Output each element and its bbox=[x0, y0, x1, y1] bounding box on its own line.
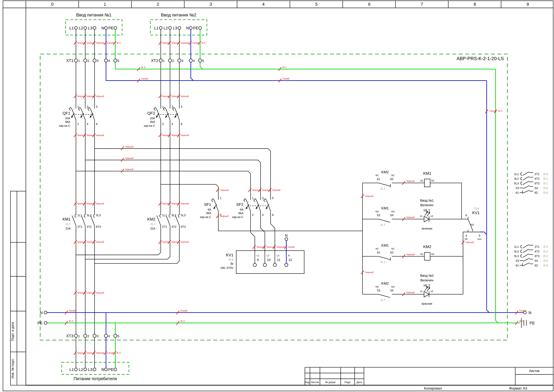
kv1-l3: L3 bbox=[277, 254, 279, 257]
svg-text:XT2: XT2 bbox=[151, 58, 158, 63]
svg-text:Черный: Черный bbox=[171, 241, 180, 243]
svg-text:Ж-3: Ж-3 bbox=[116, 42, 121, 44]
svg-text:Черный: Черный bbox=[276, 246, 285, 248]
kv1-poles: 3p bbox=[230, 262, 233, 265]
sf2-t1: 1 bbox=[252, 196, 254, 200]
svg-text:L2: L2 bbox=[164, 26, 168, 30]
kv1-9: 9 bbox=[257, 258, 259, 262]
svg-text:1: 1 bbox=[78, 334, 80, 338]
rung2-ref: /5.7 bbox=[381, 223, 385, 226]
rung4-ref: /5.7 bbox=[381, 299, 385, 301]
svg-text:Черный: Черный bbox=[86, 351, 95, 354]
control-rung3-km2-coil: KM1 NC NC 61 62 /5.7 KM2 A1 A2 bbox=[375, 243, 434, 264]
svg-text:Черный: Черный bbox=[180, 202, 189, 205]
kv1c-4: 4 bbox=[465, 234, 467, 237]
km2-xref-table: 1L12T1/5.2 3L24T2/5.2 5L36T3/5.2 5354/5.… bbox=[514, 245, 548, 267]
svg-text:Синий: Синий bbox=[107, 42, 114, 44]
qf2-curve: хар-ка C bbox=[144, 124, 155, 127]
svg-text:Черный: Черный bbox=[125, 145, 133, 148]
km2-coil-a1: A1 bbox=[420, 253, 423, 255]
qf2-breaker: QF2 20A 6kA хар-ка C 1 3 5 2 4 6 bbox=[144, 105, 182, 127]
kv1c-6: 6 bbox=[465, 214, 467, 217]
svg-text:L1: L1 bbox=[69, 367, 74, 372]
sf2-breaking: 6kA bbox=[238, 211, 243, 215]
svg-text:Синий: Синий bbox=[282, 77, 289, 80]
kv1-11: 11 bbox=[277, 258, 280, 262]
rung1-ref: /5.7 bbox=[381, 187, 385, 190]
svg-text:2: 2 bbox=[87, 59, 89, 63]
hl1-x2: x2 bbox=[430, 215, 433, 217]
footer-format: Формат А3 bbox=[509, 386, 527, 390]
svg-text:N: N bbox=[101, 367, 104, 372]
rung3-contact-name: KM1 bbox=[381, 243, 389, 247]
svg-text:54: 54 bbox=[534, 259, 538, 262]
hl2-x1: x1 bbox=[420, 290, 423, 293]
svg-text:6T3: 6T3 bbox=[534, 182, 540, 185]
sidebar-table: Подп. и дата Инв. № подл. bbox=[11, 191, 26, 385]
svg-text:Черный: Черный bbox=[180, 241, 189, 243]
svg-text:Ж-3: Ж-3 bbox=[180, 320, 185, 322]
sf1-breaking: 6kA bbox=[206, 211, 211, 215]
svg-text:Черный: Черный bbox=[86, 42, 95, 44]
svg-text:4: 4 bbox=[193, 59, 195, 63]
hl2-caption2: Включен bbox=[420, 279, 433, 282]
tb-col-sign: Подп bbox=[345, 381, 350, 384]
km2-3l2: 3L2 bbox=[171, 214, 176, 217]
svg-text:3: 3 bbox=[97, 334, 98, 338]
ruler-9: 9 bbox=[527, 2, 529, 7]
rung1-61: 61 bbox=[377, 177, 380, 181]
km1-3l2: 3L2 bbox=[87, 214, 91, 217]
svg-text:Синий: Синий bbox=[141, 77, 148, 80]
rung4-no-right: NO bbox=[391, 286, 395, 288]
svg-text:Черный: Черный bbox=[96, 134, 104, 136]
svg-text:Черный: Черный bbox=[272, 189, 280, 191]
qf2-t3: 3 bbox=[171, 105, 173, 108]
svg-text:4: 4 bbox=[108, 59, 110, 63]
km2-5l3: 5L3 bbox=[181, 214, 186, 217]
svg-text:61: 61 bbox=[516, 264, 519, 267]
qf2-t2: 2 bbox=[162, 122, 164, 126]
km2-name: KM2 bbox=[147, 217, 155, 221]
svg-text:Черный: Черный bbox=[406, 216, 415, 218]
svg-text:Синий: Синий bbox=[192, 42, 199, 44]
svg-text:Черный: Черный bbox=[77, 351, 85, 354]
qf1-t1: 1 bbox=[77, 105, 79, 108]
km1-1l1: 1L1 bbox=[77, 214, 82, 217]
svg-text:Черный: Черный bbox=[256, 246, 265, 248]
svg-text:1: 1 bbox=[163, 59, 165, 63]
km1-ref: /5.7 bbox=[66, 223, 70, 226]
qf1-t3: 3 bbox=[87, 105, 88, 108]
km1-coil-name: KM1 bbox=[423, 171, 431, 175]
wiring-green-pe bbox=[47, 29, 520, 368]
rung2-54: 54 bbox=[390, 214, 394, 217]
km2-coil-name: KM2 bbox=[423, 245, 431, 249]
svg-text:Синий: Синий bbox=[69, 309, 76, 312]
ruler-1: 1 bbox=[104, 2, 106, 7]
ruler-3: 3 bbox=[210, 2, 212, 7]
control-rung1-km1-coil: KM2 NC NC 61 62 /5.7 KM1 A1 A2 bbox=[375, 170, 434, 190]
rung4-contact-name: KM2 bbox=[381, 281, 389, 285]
svg-text:Черный: Черный bbox=[162, 95, 170, 98]
kv1c-nc: NC bbox=[465, 238, 468, 240]
sf2-t4: 4 bbox=[262, 213, 263, 217]
tb-col-doc: № докум bbox=[325, 381, 335, 384]
svg-text:1L1: 1L1 bbox=[514, 245, 519, 248]
svg-text:Черный: Черный bbox=[86, 241, 95, 243]
svg-text:Черный: Черный bbox=[96, 351, 104, 354]
svg-text:61: 61 bbox=[516, 191, 519, 194]
svg-text:Черный: Черный bbox=[162, 134, 170, 136]
svg-text:Ж-3: Ж-3 bbox=[69, 320, 73, 322]
wire-color-slashes bbox=[65, 41, 518, 355]
km1-xref-table: 1L12T1/5.0 3L24T2/5.1 5L36T3/5.1 5354/5.… bbox=[514, 172, 548, 194]
rung4-53: 53 bbox=[377, 289, 380, 292]
bus-terminals: N PE N PE bbox=[37, 310, 535, 328]
tb-col-red: Ред. bbox=[305, 381, 310, 384]
svg-text:Синий: Синий bbox=[489, 110, 496, 112]
svg-text:Черный: Черный bbox=[171, 95, 180, 98]
svg-text:Черный: Черный bbox=[96, 95, 104, 98]
kv1c-no: NO bbox=[471, 223, 474, 226]
svg-text:53: 53 bbox=[516, 187, 519, 190]
svg-text:1L1: 1L1 bbox=[514, 173, 519, 176]
hl1-color: зеленая bbox=[422, 227, 432, 230]
svg-text:Черный: Черный bbox=[171, 202, 180, 205]
